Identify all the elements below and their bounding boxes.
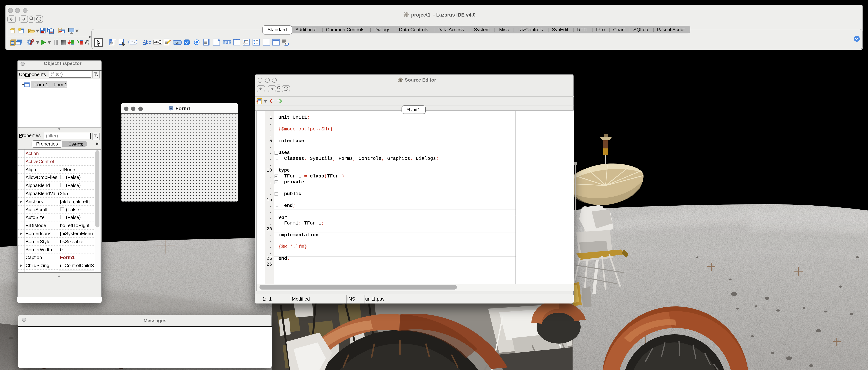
svg-text:abc: abc [154, 40, 160, 44]
svg-text:on: on [176, 40, 179, 44]
svg-text:Ok: Ok [285, 43, 288, 45]
svg-text:Abc: Abc [143, 40, 151, 45]
svg-text:Ok: Ok [131, 40, 135, 44]
